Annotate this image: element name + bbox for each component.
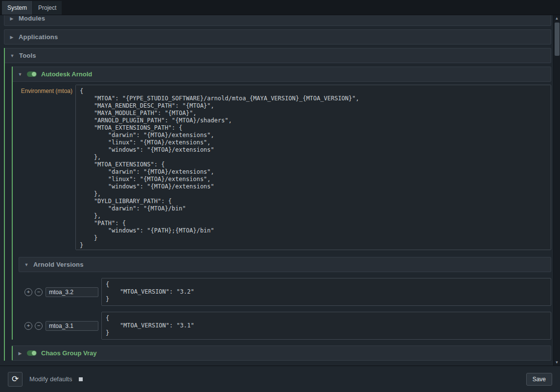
scrollbar-thumb[interactable] [555,23,560,56]
arnold-versions-group: ▼ Arnold Versions + − { "MTOA_V [19,257,551,340]
tools-content: ▼ Autodesk Arnold Environment (mtoa) { "… [5,67,551,361]
tool-title: Autodesk Arnold [41,70,92,78]
add-version-button[interactable]: + [24,288,32,296]
section-header-applications[interactable]: ▶ Applications [4,29,551,45]
expanded-arrow-icon: ▼ [24,262,29,267]
collapsed-arrow-icon: ▶ [9,35,14,40]
expanded-arrow-icon: ▼ [10,53,15,58]
add-version-button[interactable]: + [24,322,32,330]
version-row: + − { "MTOA_VERSION": "3.1" } [24,312,551,340]
scroll-up-icon[interactable]: ▲ [554,15,560,22]
scroll-down-icon[interactable]: ▼ [554,359,560,366]
section-header-tools[interactable]: ▼ Tools [5,48,551,63]
tab-system[interactable]: System [2,1,32,15]
section-title: Modules [19,15,45,22]
environment-label: Environment (mtoa) [13,85,72,94]
settings-main-panel: ▶ Modules ▶ Applications ▼ Tools ▼ [0,15,560,366]
refresh-button[interactable]: ⟳ [8,372,23,387]
save-button[interactable]: Save [526,373,552,386]
remove-version-button[interactable]: − [35,288,43,296]
collapsed-arrow-icon: ▶ [9,16,14,21]
top-tab-bar: System Project [0,0,560,15]
version-row: + − { "MTOA_VERSION": "3.2" } [24,278,551,306]
arnold-tool-group: ▼ Autodesk Arnold Environment (mtoa) { "… [12,67,551,340]
modify-defaults-checkbox[interactable] [79,377,83,381]
section-header-arnold-versions[interactable]: ▼ Arnold Versions [19,257,551,272]
vray-enabled-toggle[interactable] [27,350,37,356]
vertical-scrollbar[interactable]: ▲ ▼ [553,15,560,366]
version-name-input[interactable] [46,287,98,297]
section-header-modules[interactable]: ▶ Modules [4,15,551,26]
remove-version-button[interactable]: − [35,322,43,330]
settings-window: System Project ▶ Modules ▶ Applications … [0,0,560,392]
section-tools-group: ▼ Tools ▼ Autodesk Arnold Environment [4,48,551,361]
settings-scroll-content: ▶ Modules ▶ Applications ▼ Tools ▼ [0,15,553,366]
version-json-editor[interactable]: { "MTOA_VERSION": "3.2" } [101,278,551,306]
section-header-chaos-group-vray[interactable]: ▶ Chaos Group Vray [12,346,551,361]
arnold-enabled-toggle[interactable] [27,71,37,77]
footer-bar: ⟳ Modify defaults Save [0,366,560,392]
section-title: Applications [19,33,58,41]
environment-row: Environment (mtoa) { "MTOA": "{PYPE_STUD… [13,85,551,250]
version-json-editor[interactable]: { "MTOA_VERSION": "3.1" } [101,312,551,340]
collapsed-arrow-icon: ▶ [18,351,23,356]
section-title: Tools [19,52,36,59]
modify-defaults-label: Modify defaults [29,375,72,383]
expanded-arrow-icon: ▼ [18,72,23,77]
tool-title: Chaos Group Vray [41,349,96,357]
version-name-input[interactable] [46,321,98,331]
section-title: Arnold Versions [33,261,84,268]
tab-project[interactable]: Project [33,1,62,15]
row-buttons: + − [24,322,43,330]
section-header-autodesk-arnold[interactable]: ▼ Autodesk Arnold [13,67,551,82]
row-buttons: + − [24,288,43,296]
environment-json-editor[interactable]: { "MTOA": "{PYPE_STUDIO_SOFTWARE}/arnold… [75,85,551,250]
